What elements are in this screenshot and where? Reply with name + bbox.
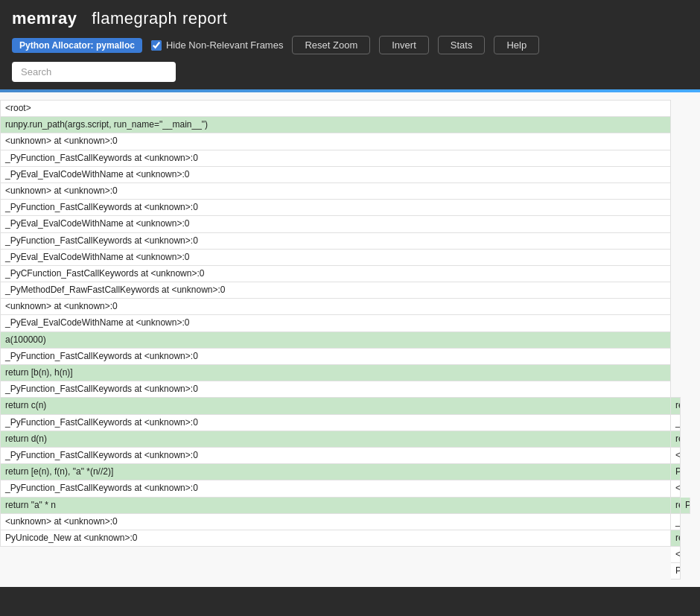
flame-cell[interactable]: <unknown> at <unknown>:0 bbox=[1, 513, 671, 530]
stats-button[interactable]: Stats bbox=[438, 36, 486, 54]
flame-cell[interactable]: _PyFunction_FastCallKeywords at <unknown… bbox=[1, 200, 671, 216]
flame-cell[interactable]: PyUnicode_New at <unknown>:0 bbox=[671, 563, 681, 580]
table-row[interactable]: PyUnicode_New at <unknown>:0 return "a" … bbox=[1, 530, 700, 546]
table-row[interactable]: _PyEval_EvalCodeWithName at <unknown>:0 bbox=[1, 315, 700, 331]
table-row[interactable]: return [e(n), f(n), "a" *(n//2)] PyUnico… bbox=[1, 464, 700, 480]
table-row[interactable]: _PyMethodDef_RawFastCallKeywords at <unk… bbox=[1, 282, 700, 299]
table-row[interactable]: _PyFunction_FastCallKeywords at <unknown… bbox=[1, 480, 700, 497]
table-row[interactable]: <root> bbox=[1, 101, 700, 117]
table-row[interactable]: _PyEval_EvalCodeWithName at <unknown>:0 bbox=[1, 166, 700, 182]
flame-cell[interactable]: return g(n) bbox=[671, 497, 681, 513]
flame-cell[interactable]: <unknown> at <unknown>:0 bbox=[671, 547, 681, 563]
table-row[interactable]: <unknown> at <unknown>:0 bbox=[1, 547, 700, 563]
flame-cell-right[interactable]: <unknown> at <unknown>:0 bbox=[671, 447, 681, 463]
flame-cell[interactable]: <root> bbox=[1, 101, 671, 117]
table-row[interactable]: return [b(n), h(n)] bbox=[1, 365, 700, 381]
table-row[interactable]: <unknown> at <unknown>:0 bbox=[1, 133, 700, 150]
search-input[interactable] bbox=[12, 62, 176, 82]
table-row[interactable]: <unknown> at <unknown>:0 _PyFunction_Fas… bbox=[1, 513, 700, 530]
flame-cell[interactable]: _PyFunction_FastCallKeywords at <unknown… bbox=[1, 381, 671, 398]
table-row[interactable]: _PyFunction_FastCallKeywords at <unknown… bbox=[1, 414, 700, 431]
app-title: memray flamegraph report bbox=[12, 9, 688, 28]
hide-frames-checkbox[interactable] bbox=[151, 40, 162, 51]
flame-cell[interactable]: a(100000) bbox=[1, 331, 671, 348]
flame-cell-right[interactable]: return i(n) bbox=[671, 398, 681, 414]
table-row[interactable]: <unknown> at <unknown>:0 bbox=[1, 299, 700, 315]
flame-cell[interactable]: _PyFunction_FastCallKeywords at <unknown… bbox=[671, 513, 681, 530]
flame-cell-left[interactable]: _PyFunction_FastCallKeywords at <unknown… bbox=[1, 414, 671, 431]
invert-button[interactable]: Invert bbox=[379, 36, 429, 54]
header: memray flamegraph report Python Allocato… bbox=[0, 0, 700, 92]
flame-cell-left[interactable]: _PyFunction_FastCallKeywords at <unknown… bbox=[1, 480, 671, 497]
table-row[interactable]: <unknown> at <unknown>:0 bbox=[1, 182, 700, 199]
flame-cell-left[interactable]: return [e(n), f(n), "a" *(n//2)] bbox=[1, 464, 671, 480]
flame-cell-empty bbox=[681, 563, 690, 580]
flamegraph-area: <root> runpy.run_path(args.script, run_n… bbox=[0, 92, 700, 587]
table-row[interactable]: _PyFunction_FastCallKeywords at <unknown… bbox=[1, 150, 700, 166]
table-row[interactable]: _PyCFunction_FastCallKeywords at <unknow… bbox=[1, 265, 700, 282]
table-row[interactable]: _PyFunction_FastCallKeywords at <unknown… bbox=[1, 381, 700, 398]
table-row[interactable]: return "a" * n return g(n) PyUnicode_N..… bbox=[1, 497, 700, 513]
flame-cell-left[interactable]: return c(n) bbox=[1, 398, 671, 414]
flame-cell-right[interactable]: PyUnicode_New at <unknown>:0 bbox=[671, 464, 681, 480]
flame-cell[interactable]: <unknown> at <unknown>:0 bbox=[1, 133, 671, 150]
allocator-badge: Python Allocator: pymalloc bbox=[12, 38, 142, 53]
flame-cell[interactable]: return "a" * n * 2 bbox=[671, 530, 681, 546]
flame-cell[interactable]: PyUnicode_N... bbox=[681, 497, 690, 513]
flame-cell-empty bbox=[681, 513, 690, 530]
table-row[interactable]: _PyFunction_FastCallKeywords at <unknown… bbox=[1, 348, 700, 364]
flame-cell[interactable]: _PyEval_EvalCodeWithName at <unknown>:0 bbox=[1, 315, 671, 331]
table-row[interactable]: _PyFunction_FastCallKeywords at <unknown… bbox=[1, 200, 700, 216]
flame-cell[interactable]: _PyFunction_FastCallKeywords at <unknown… bbox=[1, 150, 671, 166]
flame-cell-empty bbox=[1, 563, 671, 580]
flame-cell-left[interactable]: return d(n) bbox=[1, 431, 671, 447]
table-row[interactable]: a(100000) bbox=[1, 331, 700, 348]
flame-cell[interactable]: return [b(n), h(n)] bbox=[1, 365, 671, 381]
flame-cell[interactable]: return "a" * n bbox=[1, 497, 671, 513]
table-row[interactable]: _PyEval_EvalCodeWithName at <unknown>:0 bbox=[1, 216, 700, 232]
table-row[interactable]: _PyEval_EvalCodeWithName at <unknown>:0 bbox=[1, 249, 700, 265]
flame-cell[interactable]: PyUnicode_New at <unknown>:0 bbox=[1, 530, 671, 546]
flame-cell-right[interactable]: return "a" * n bbox=[671, 431, 681, 447]
flame-cell[interactable]: _PyFunction_FastCallKeywords at <unknown… bbox=[1, 232, 671, 249]
table-row[interactable]: PyUnicode_New at <unknown>:0 bbox=[1, 563, 700, 580]
flame-cell[interactable]: <unknown> at <unknown>:0 bbox=[1, 182, 671, 199]
flame-cell[interactable]: _PyEval_EvalCodeWithName at <unknown>:0 bbox=[1, 166, 671, 182]
flame-cell-right[interactable]: _PyFunction_FastCallKeyword... bbox=[671, 414, 681, 431]
flame-cell-left[interactable]: _PyFunction_FastCallKeywords at <unknown… bbox=[1, 447, 671, 463]
flame-cell[interactable]: _PyFunction_FastCallKeywords at <unknown… bbox=[1, 348, 671, 364]
table-row[interactable]: _PyFunction_FastCallKeywords at <unknown… bbox=[1, 232, 700, 249]
flame-cell-empty bbox=[690, 497, 700, 513]
hide-frames-label: Hide Non-Relevant Frames bbox=[166, 39, 284, 51]
hide-frames-checkbox-label[interactable]: Hide Non-Relevant Frames bbox=[151, 39, 284, 51]
table-row[interactable]: _PyFunction_FastCallKeywords at <unknown… bbox=[1, 447, 700, 463]
flame-cell[interactable]: _PyMethodDef_RawFastCallKeywords at <unk… bbox=[1, 282, 671, 299]
flame-cell[interactable]: <unknown> at <unknown>:0 bbox=[1, 299, 671, 315]
flame-cell[interactable]: _PyEval_EvalCodeWithName at <unknown>:0 bbox=[1, 249, 671, 265]
flame-cell[interactable]: runpy.run_path(args.script, run_name="__… bbox=[1, 117, 671, 133]
flame-table: <root> runpy.run_path(args.script, run_n… bbox=[0, 100, 700, 580]
table-row[interactable]: return d(n) return "a" * n bbox=[1, 431, 700, 447]
flame-cell-empty bbox=[681, 547, 690, 563]
table-row[interactable]: return c(n) return i(n) bbox=[1, 398, 700, 414]
flame-cell-empty bbox=[1, 547, 671, 563]
flame-cell-empty bbox=[681, 530, 690, 546]
reset-zoom-button[interactable]: Reset Zoom bbox=[292, 36, 370, 54]
table-row[interactable]: runpy.run_path(args.script, run_name="__… bbox=[1, 117, 700, 133]
flame-cell[interactable]: _PyEval_EvalCodeWithName at <unknown>:0 bbox=[1, 216, 671, 232]
flame-cell-right bbox=[681, 480, 690, 497]
flame-cell[interactable]: _PyCFunction_FastCallKeywords at <unknow… bbox=[1, 265, 671, 282]
help-button[interactable]: Help bbox=[494, 36, 539, 54]
flame-cell-mid[interactable]: <unknown> a... bbox=[671, 480, 681, 497]
